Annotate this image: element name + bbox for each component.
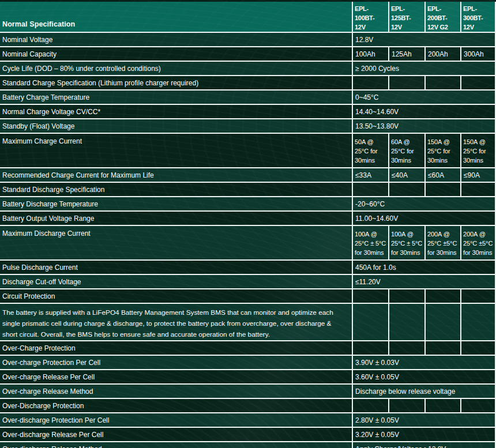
row-label: Battery Charge Temperature [0, 91, 352, 105]
table-row: Over-charge Release Per Cell3.60V ± 0.05… [0, 370, 496, 385]
empty-cell [460, 341, 496, 356]
row-label: Over-charge Protection Per Cell [0, 356, 352, 370]
table-row: Maximum Charge Current50A @ 25°C for 30m… [0, 134, 496, 168]
row-value: 100A @ 25°C ± 5°C for 30mins [352, 226, 388, 261]
row-value: 100A @ 25°C ± 5°C for 30mins [388, 226, 424, 261]
empty-cell [388, 76, 424, 91]
row-value: 125Ah [388, 47, 424, 62]
table-row: Over-discharge Protection Per Cell2.80V … [0, 413, 496, 428]
row-value: 0~45°C [352, 91, 496, 105]
row-value: 450A for 1.0s [352, 261, 496, 275]
row-label: Battery Discharge Temperature [0, 197, 352, 212]
row-value: ≥ 2000 Cycles [352, 62, 496, 76]
row-label: Over-charge Release Method [0, 385, 352, 399]
spec-table-header-row: Normal Specification EPL-100BT- 12VEPL-1… [0, 2, 496, 33]
row-label: Over-charge Release Per Cell [0, 370, 352, 385]
row-value: 200A @ 25°C ±5°C for 30mins [424, 226, 460, 261]
empty-cell [460, 183, 496, 197]
table-row: Normal Charge Voltage CV/CC*14.40~14.60V [0, 105, 496, 119]
table-row: Standby (Float) Voltage13.50~13.80V [0, 119, 496, 134]
empty-cell [352, 183, 388, 197]
empty-cell [388, 304, 424, 341]
empty-cell [424, 289, 460, 304]
table-row: Over-Discharge Protection [0, 399, 496, 413]
row-value: 100Ah [352, 47, 388, 62]
table-row: Over-discharge Release Per Cell3.20V ± 0… [0, 428, 496, 442]
row-label: Over-discharge Release Per Cell [0, 428, 352, 442]
row-value: ≤40A [388, 168, 424, 183]
table-row: Over-charge Protection Per Cell3.90V ± 0… [0, 356, 496, 370]
row-label: Discharge Cut-off Voltage [0, 275, 352, 289]
empty-cell [424, 183, 460, 197]
empty-cell [460, 76, 496, 91]
row-value: 300Ah [460, 47, 496, 62]
row-label: Battery Output Voltage Range [0, 212, 352, 226]
empty-cell [424, 304, 460, 341]
table-row: Battery Discharge Temperature-20~60°C [0, 197, 496, 212]
table-row: Standard Charge Specification (Lithium p… [0, 76, 496, 91]
row-value: 150A @ 25°C for 30mins [460, 134, 496, 168]
row-value: 60A @ 25°C for 30mins [388, 134, 424, 168]
row-value: 50A @ 25°C for 30mins [352, 134, 388, 168]
empty-cell [424, 76, 460, 91]
row-value: ≤90A [460, 168, 496, 183]
table-row: Standard Discharge Specification [0, 183, 496, 197]
row-label: Standard Discharge Specification [0, 183, 352, 197]
row-label: Recommended Charge Current for Maximum L… [0, 168, 352, 183]
row-label: Over-discharge Release Method [0, 442, 352, 448]
empty-cell [352, 341, 388, 356]
table-row: Battery Charge Temperature0~45°C [0, 91, 496, 105]
table-row: Over-charge Release MethodDischarge belo… [0, 385, 496, 399]
row-value: 2.80V ± 0.05V [352, 413, 496, 428]
empty-cell [460, 289, 496, 304]
table-title: Normal Specification [0, 2, 352, 33]
table-row: Circuit Protection [0, 289, 496, 304]
row-label: Nominal Capacity [0, 47, 352, 62]
empty-cell [352, 289, 388, 304]
row-value: 3.60V ± 0.05V [352, 370, 496, 385]
empty-cell [460, 399, 496, 413]
row-label: Cycle Life (DOD – 80% under controlled c… [0, 62, 352, 76]
empty-cell [424, 399, 460, 413]
row-label: Circuit Protection [0, 289, 352, 304]
empty-cell [352, 304, 388, 341]
row-label: Over-discharge Protection Per Cell [0, 413, 352, 428]
empty-cell [352, 399, 388, 413]
row-value: Discharge below release voltage [352, 385, 496, 399]
row-value: Apply Charge/Voltage ≥12.8V [352, 442, 496, 448]
row-value: -20~60°C [352, 197, 496, 212]
row-label: Maximum Charge Current [0, 134, 352, 168]
row-value: 3.20V ± 0.05V [352, 428, 496, 442]
table-row: Over-Charge Protection [0, 341, 496, 356]
row-value: ≤11.20V [352, 275, 496, 289]
empty-cell [388, 399, 424, 413]
table-row: Nominal Voltage12.8V [0, 33, 496, 47]
table-row: The battery is supplied with a LiFePO4 B… [0, 304, 496, 341]
row-label: Pulse Discharge Current [0, 261, 352, 275]
row-value: 150A @ 25°C for 30mins [424, 134, 460, 168]
bms-description: The battery is supplied with a LiFePO4 B… [0, 304, 352, 341]
row-value: ≤33A [352, 168, 388, 183]
row-value: 12.8V [352, 33, 496, 47]
spec-table: Normal Specification EPL-100BT- 12VEPL-1… [0, 2, 496, 448]
table-row: Maximum Discharge Current100A @ 25°C ± 5… [0, 226, 496, 261]
empty-cell [388, 183, 424, 197]
row-value: 13.50~13.80V [352, 119, 496, 134]
empty-cell [388, 289, 424, 304]
table-row: Discharge Cut-off Voltage≤11.20V [0, 275, 496, 289]
row-label: Over-Charge Protection [0, 341, 352, 356]
row-value: 200Ah [424, 47, 460, 62]
table-row: Nominal Capacity100Ah125Ah200Ah300Ah [0, 47, 496, 62]
column-header-epl-200bt-12v-g2: EPL-200BT- 12V G2 [424, 2, 460, 33]
empty-cell [388, 341, 424, 356]
row-label: Nominal Voltage [0, 33, 352, 47]
row-label: Normal Charge Voltage CV/CC* [0, 105, 352, 119]
battery-spec-sheet: Normal Specification EPL-100BT- 12VEPL-1… [0, 0, 496, 448]
row-value: 200A @ 25°C ±5°C for 30mins [460, 226, 496, 261]
empty-cell [460, 304, 496, 341]
column-header-epl-100bt-12v: EPL-100BT- 12V [352, 2, 388, 33]
row-label: Maximum Discharge Current [0, 226, 352, 261]
empty-cell [352, 76, 388, 91]
table-row: Recommended Charge Current for Maximum L… [0, 168, 496, 183]
row-label: Over-Discharge Protection [0, 399, 352, 413]
